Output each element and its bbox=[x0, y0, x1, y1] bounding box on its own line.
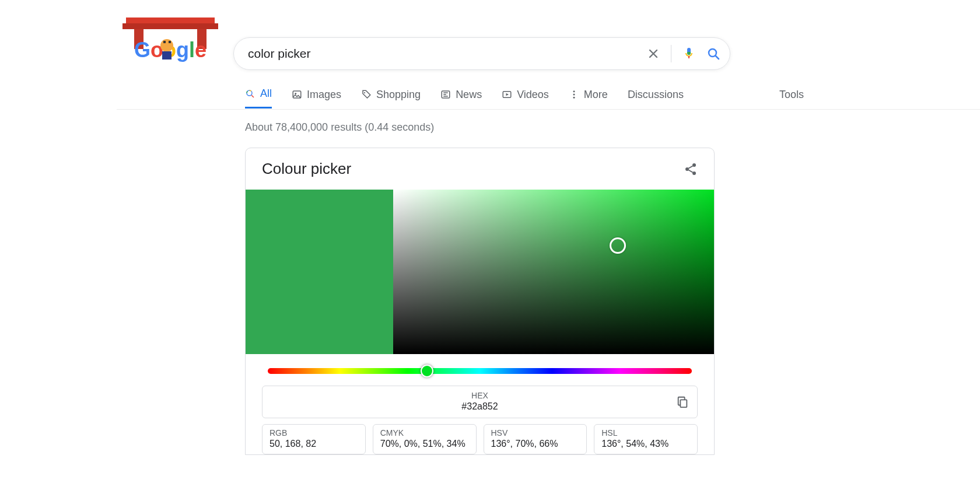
svg-point-13 bbox=[364, 92, 365, 93]
hue-handle[interactable] bbox=[421, 365, 433, 377]
clear-icon[interactable] bbox=[646, 47, 660, 61]
svg-point-16 bbox=[573, 90, 575, 92]
tab-label: Videos bbox=[517, 89, 549, 101]
svg-rect-7 bbox=[163, 41, 166, 43]
tag-icon bbox=[361, 89, 372, 100]
tab-label: Discussions bbox=[628, 89, 684, 101]
color-swatch bbox=[246, 190, 393, 354]
search-input[interactable] bbox=[248, 47, 646, 61]
search-bar bbox=[233, 37, 730, 70]
more-icon bbox=[569, 89, 579, 100]
svg-point-20 bbox=[685, 167, 689, 171]
card-title: Colour picker bbox=[262, 160, 351, 178]
svg-point-12 bbox=[295, 93, 296, 94]
svg-rect-8 bbox=[169, 41, 171, 43]
tab-news[interactable]: News bbox=[440, 89, 482, 108]
divider bbox=[117, 109, 980, 110]
cmyk-field[interactable]: CMYK 70%, 0%, 51%, 34% bbox=[373, 424, 477, 454]
copy-icon[interactable] bbox=[676, 396, 689, 408]
hsl-value: 136°, 54%, 43% bbox=[601, 439, 690, 449]
search-icon[interactable] bbox=[706, 47, 720, 61]
svg-rect-6 bbox=[162, 51, 172, 60]
hsv-label: HSV bbox=[491, 428, 580, 438]
mic-icon[interactable] bbox=[682, 47, 696, 61]
svg-point-17 bbox=[573, 94, 575, 96]
svg-rect-22 bbox=[680, 400, 687, 407]
cmyk-label: CMYK bbox=[380, 428, 469, 438]
hue-slider[interactable] bbox=[268, 368, 692, 374]
tab-label: News bbox=[456, 89, 482, 101]
tab-label: All bbox=[260, 88, 272, 100]
svg-point-18 bbox=[573, 97, 575, 99]
google-doodle-logo[interactable]: Google bbox=[114, 15, 230, 67]
divider bbox=[671, 45, 671, 62]
color-picker-card: Colour picker HEX #32a852 RGB 50, 168, 8… bbox=[245, 148, 715, 455]
image-icon bbox=[292, 89, 302, 100]
hsv-field[interactable]: HSV 136°, 70%, 66% bbox=[484, 424, 587, 454]
hex-label: HEX bbox=[271, 391, 689, 400]
saturation-value-area[interactable] bbox=[393, 190, 714, 354]
tab-shopping[interactable]: Shopping bbox=[361, 89, 421, 108]
search-tabs: All Images Shopping News Videos More Dis… bbox=[245, 86, 980, 110]
hex-value: #32a852 bbox=[271, 401, 689, 412]
rgb-value: 50, 168, 82 bbox=[270, 439, 358, 449]
tab-label: Images bbox=[307, 89, 341, 101]
rgb-label: RGB bbox=[270, 428, 358, 438]
tab-label: Tools bbox=[779, 89, 804, 101]
svg-point-21 bbox=[692, 172, 696, 175]
cmyk-value: 70%, 0%, 51%, 34% bbox=[380, 439, 469, 449]
tab-label: Shopping bbox=[376, 89, 421, 101]
sv-handle[interactable] bbox=[610, 237, 626, 254]
tab-images[interactable]: Images bbox=[292, 89, 341, 108]
search-small-icon bbox=[245, 89, 256, 99]
hsl-field[interactable]: HSL 136°, 54%, 43% bbox=[594, 424, 698, 454]
rgb-field[interactable]: RGB 50, 168, 82 bbox=[262, 424, 366, 454]
svg-point-9 bbox=[709, 49, 716, 57]
tab-discussions[interactable]: Discussions bbox=[628, 89, 684, 108]
hsv-value: 136°, 70%, 66% bbox=[491, 439, 580, 449]
hex-field[interactable]: HEX #32a852 bbox=[262, 386, 698, 418]
video-icon bbox=[502, 89, 512, 100]
svg-point-19 bbox=[692, 163, 696, 167]
svg-point-10 bbox=[247, 90, 252, 96]
news-icon bbox=[440, 89, 451, 100]
hsl-label: HSL bbox=[601, 428, 690, 438]
tab-all[interactable]: All bbox=[245, 88, 272, 108]
svg-rect-1 bbox=[123, 23, 218, 29]
tab-videos[interactable]: Videos bbox=[502, 89, 549, 108]
result-stats: About 78,400,000 results (0.44 seconds) bbox=[245, 121, 980, 134]
svg-point-5 bbox=[160, 39, 173, 52]
tab-more[interactable]: More bbox=[569, 89, 608, 108]
share-icon[interactable] bbox=[684, 162, 698, 176]
tab-label: More bbox=[584, 89, 608, 101]
tab-tools[interactable]: Tools bbox=[779, 89, 804, 108]
